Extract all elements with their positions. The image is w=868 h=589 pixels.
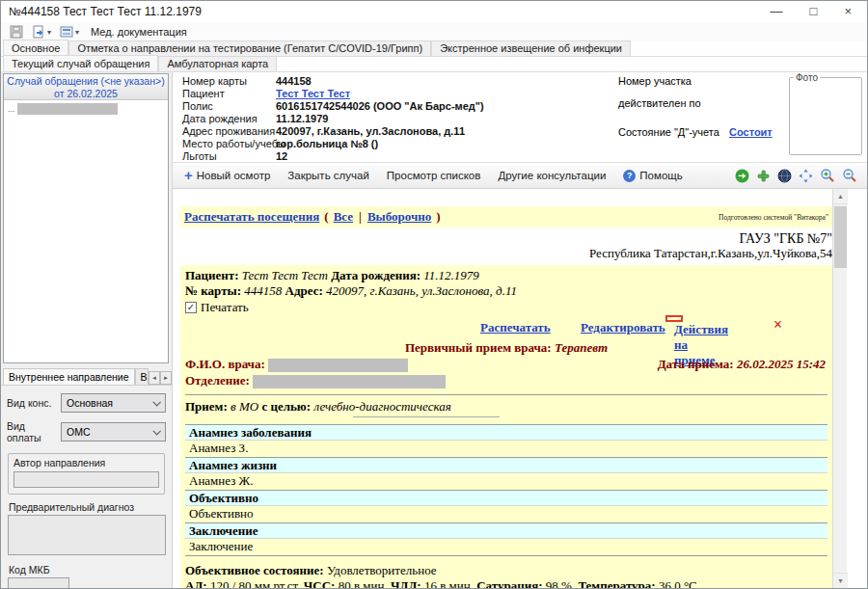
tab-emergency-notice[interactable]: Экстренное извещение об инфекции — [431, 40, 631, 56]
purpose-value: лечебно-диагностическая — [313, 399, 450, 414]
bp-value: 120 / 80 мм.рт.ст. — [210, 578, 301, 588]
zoom-out-button[interactable] — [842, 168, 857, 183]
print-checkbox-label: Печатать — [201, 300, 249, 315]
globe-button[interactable] — [777, 169, 792, 183]
referral-author-group: Автор направления — [8, 453, 165, 495]
purpose-underline — [353, 416, 500, 417]
section-value-objective: Объективно — [185, 506, 827, 522]
tab-internal-referral[interactable]: Внутреннее направление — [3, 368, 135, 385]
consult-type-label: Вид конс. — [7, 397, 61, 409]
doc-birth-label: Дата рождения: — [331, 268, 420, 282]
section-header-objective: Объективно — [185, 490, 827, 506]
referral-author-input[interactable] — [14, 471, 159, 488]
payment-type-row: Вид оплаты ОМС — [7, 420, 166, 443]
zoom-in-icon — [820, 168, 835, 183]
add-button[interactable] — [756, 169, 771, 183]
doc-patient-label: Пациент: — [185, 268, 239, 282]
scrollbar-thumb[interactable] — [834, 206, 847, 268]
mkb-code-input[interactable] — [8, 577, 69, 589]
temp-value: 36,0 °С. — [659, 578, 700, 588]
rr-label: ЧДД: — [391, 578, 421, 588]
case-list-header[interactable]: Случай обращения (<не указан>) от 26.02.… — [4, 74, 168, 100]
patient-name-link[interactable]: Тест Тест Тест — [276, 88, 350, 99]
consult-type-row: Вид конс. Основная — [7, 393, 166, 413]
tab-testing-referral[interactable]: Отметка о направлении на тестирование (Г… — [68, 40, 431, 56]
close-case-button[interactable]: Закрыть случай — [287, 170, 369, 181]
benefits-label: Льготы — [182, 150, 217, 162]
tab-scroll-right-icon[interactable]: ► — [160, 371, 172, 385]
scroll-down-icon[interactable]: ▼ — [833, 573, 848, 588]
birthdate-label: Дата рождения — [182, 113, 258, 124]
globe-icon — [777, 169, 792, 183]
valid-until-label: действителен по — [618, 97, 701, 109]
print-checkbox[interactable]: ✓ — [185, 302, 197, 313]
other-consultations-button[interactable]: Другие консультации — [498, 170, 606, 181]
save-button[interactable] — [7, 24, 26, 40]
help-label: Помощь — [639, 170, 682, 181]
section-header-conclusion: Заключение — [185, 522, 827, 539]
birthdate-value: 11.12.1979 — [276, 113, 328, 124]
document-scrollbar[interactable]: ▲ ▼ — [832, 189, 847, 588]
doc-patient-value: Тест Тест Тест — [242, 268, 328, 282]
preliminary-diagnosis-label: Предварительный диагноз — [9, 501, 165, 513]
tab-external-referral[interactable]: Внешнее на — [135, 368, 149, 385]
doc-address-value: 420097, г.Казань, ул.Заслонова, д.11 — [326, 283, 517, 298]
consult-type-select[interactable]: Основная — [61, 393, 166, 413]
chevron-down-icon — [152, 398, 160, 406]
med-documentation-button[interactable]: Мед. документация — [85, 25, 193, 39]
preliminary-diagnosis-textarea[interactable] — [8, 515, 166, 555]
forms-dropdown-button[interactable]: ▾ — [57, 24, 82, 40]
new-exam-button[interactable]: + Новый осмотр — [184, 170, 270, 181]
minimize-button[interactable]: — — [771, 1, 783, 22]
move-button[interactable] — [799, 169, 813, 183]
help-button[interactable]: ? Помощь — [623, 170, 682, 182]
export-dropdown-button[interactable]: ▾ — [29, 24, 54, 40]
tab-scroll-left-icon[interactable]: ◄ — [149, 371, 160, 385]
prepared-by-note: Подготовлено системой "Витакора" — [719, 213, 828, 222]
edit-link[interactable]: Редактировать — [581, 320, 665, 335]
print-link[interactable]: Распечатать — [480, 320, 551, 335]
close-button[interactable]: × — [844, 1, 852, 22]
refresh-button[interactable] — [735, 169, 749, 183]
d-registration-label: Состояние "Д"-учета — [618, 126, 719, 138]
maximize-button[interactable]: □ — [810, 1, 818, 22]
print-all-link[interactable]: Все — [334, 209, 353, 225]
photo-label: Фото — [794, 72, 820, 83]
hr-label: ЧСС: — [304, 578, 336, 588]
tab-current-case[interactable]: Текущий случай обращения — [3, 55, 158, 71]
payment-type-select[interactable]: ОМС — [61, 422, 166, 442]
view-lists-button[interactable]: Просмотр списков — [387, 170, 481, 181]
scroll-up-icon[interactable]: ▲ — [833, 189, 848, 204]
title-bar: №444158 Тест Тест Тест 11.12.1979 — □ × — [1, 1, 867, 22]
chevron-down-icon: ▾ — [47, 28, 51, 37]
rr-value: 16 в мин. — [424, 578, 474, 588]
actions-highlight-box: Действия на приеме — [665, 315, 683, 322]
spo2-value: 98 %. — [546, 578, 575, 588]
new-exam-label: Новый осмотр — [197, 170, 271, 181]
section-value-anamnesis-disease: Анамнез З. — [185, 441, 827, 457]
referral-author-label: Автор направления — [14, 457, 159, 469]
reception-line: Прием: в МО с целью: лечебно-диагностиче… — [185, 399, 827, 415]
section-header-anamnesis-disease: Анамнез заболевания — [185, 424, 827, 441]
export-document-icon — [32, 25, 45, 39]
case-list-item[interactable]: ... — [8, 103, 168, 115]
redacted-case-item — [17, 103, 118, 115]
patient-info: Номер карты 444158 Пациент Тест Тест Тес… — [173, 72, 867, 162]
doc-card-value: 444158 — [244, 283, 282, 298]
paren-close: ) — [436, 209, 440, 225]
benefits-value: 12 — [276, 150, 287, 162]
app-window: №444158 Тест Тест Тест 11.12.1979 — □ × … — [0, 0, 868, 589]
tab-ambulatory-card[interactable]: Амбулаторная карта — [158, 56, 277, 71]
add-icon — [756, 169, 771, 183]
print-visits-link[interactable]: Распечатать посещения — [184, 209, 319, 225]
case-item-ellipsis: ... — [8, 104, 15, 114]
objective-state-value: Удовлетворительное — [327, 563, 437, 577]
window-controls: — □ × — [771, 1, 859, 22]
d-registration-link[interactable]: Состоит — [729, 126, 773, 138]
zoom-in-button[interactable] — [820, 168, 835, 183]
tab-osnovnoe[interactable]: Основное — [3, 40, 68, 56]
print-selective-link[interactable]: Выборочно — [367, 209, 431, 225]
reception-label: Прием: — [185, 399, 228, 414]
payment-type-label: Вид оплаты — [7, 420, 61, 443]
delete-visit-button[interactable]: × — [773, 317, 782, 333]
